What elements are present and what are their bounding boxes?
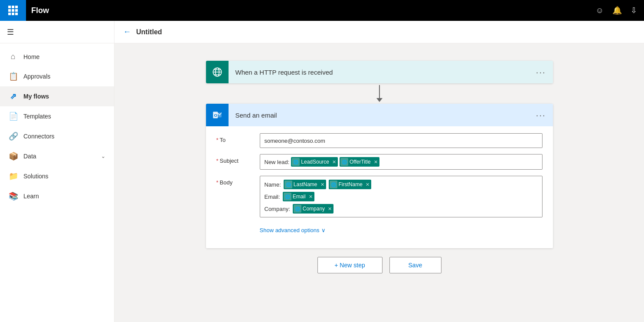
body-company-label: Company: [265,206,290,212]
to-field-row: *To [216,133,543,148]
email-step-title: Send an email [229,112,529,119]
action-bar: + New step Save [309,248,450,282]
waffle-grid-icon [8,6,18,15]
last-name-token: 🌐 LastName ✕ [284,180,326,189]
body-name-label: Name: [265,181,281,188]
outlook-icon-box: O [206,104,229,126]
last-name-token-icon: 🌐 [284,181,292,188]
body-field-row: *Body Name: 🌐 LastName ✕ [216,176,543,217]
body-company-row: Company: 🌐 Company ✕ [265,204,538,214]
body-token-input[interactable]: Name: 🌐 LastName ✕ 🌐 FirstName [260,176,543,217]
offer-title-token-icon: 🌐 [340,158,348,166]
content-header: ← Untitled [114,21,644,43]
download-icon[interactable]: ⇩ [631,6,637,15]
email-step-header[interactable]: O Send an email ··· [206,104,553,126]
step-connector-arrow [376,85,382,102]
http-trigger-title: When a HTTP request is received [229,69,529,76]
sidebar-item-label: Connectors [23,133,55,140]
body-email-row: Email: 🌐 Email ✕ [265,192,538,201]
email-step-more-button[interactable]: ··· [529,110,553,120]
sidebar-item-label: Approvals [23,73,50,80]
subject-field-row: *Subject New lead: 🌐 LeadSource ✕ [216,154,543,170]
sidebar-item-templates[interactable]: 📄 Templates [0,106,114,126]
feedback-icon[interactable]: ☺ [596,6,604,15]
page-title: Untitled [136,28,162,36]
back-button[interactable]: ← [123,27,131,36]
topbar-icons: ☺ 🔔 ⇩ [596,6,637,15]
http-trigger-more-button[interactable]: ··· [529,67,553,77]
learn-icon: 📚 [9,191,17,201]
globe-icon [212,66,223,78]
topbar: Flow ☺ 🔔 ⇩ [0,0,644,21]
hamburger-icon[interactable]: ☰ [7,27,14,37]
sidebar: ☰ ⌂ Home 📋 Approvals ⇗ My flows 📄 Templa… [0,21,114,322]
show-advanced-options-link[interactable]: Show advanced options ∨ [260,225,326,235]
new-step-button[interactable]: + New step [317,257,382,273]
sidebar-header: ☰ [0,21,114,43]
advanced-options-row: Show advanced options ∨ [216,223,543,235]
http-trigger-icon-box [206,61,229,83]
sidebar-item-label: Learn [23,193,39,200]
send-email-card: O Send an email ··· *To [206,104,553,248]
svg-text:O: O [214,113,217,118]
offer-title-remove-button[interactable]: ✕ [374,159,378,165]
waffle-button[interactable] [0,0,26,21]
flow-canvas: When a HTTP request is received ··· [114,43,644,322]
email-remove-button[interactable]: ✕ [309,194,313,200]
sidebar-item-my-flows[interactable]: ⇗ My flows [0,86,114,106]
to-input[interactable] [260,133,543,148]
solutions-icon: 📁 [9,171,17,181]
body-email-label: Email: [265,194,280,200]
sidebar-item-label: Templates [23,113,51,120]
sidebar-item-label: Solutions [23,173,49,180]
first-name-token: 🌐 FirstName ✕ [329,180,371,189]
main-layout: ☰ ⌂ Home 📋 Approvals ⇗ My flows 📄 Templa… [0,21,644,322]
lead-source-remove-button[interactable]: ✕ [332,159,336,165]
chevron-down-icon: ⌄ [101,153,105,159]
sidebar-item-home[interactable]: ⌂ Home [0,47,114,66]
lead-source-token: 🌐 LeadSource ✕ [291,157,338,167]
sidebar-item-label: Data [23,153,36,160]
company-remove-button[interactable]: ✕ [328,206,332,212]
save-button[interactable]: Save [389,257,441,273]
connector-line [379,85,380,98]
offer-title-token: 🌐 OfferTitle ✕ [340,157,379,167]
templates-icon: 📄 [9,112,17,121]
sidebar-item-connectors[interactable]: 🔗 Connectors [0,126,114,146]
http-trigger-card: When a HTTP request is received ··· [206,61,553,83]
to-label: *To [216,133,260,143]
content-area: ← Untitled [114,21,644,322]
body-name-row: Name: 🌐 LastName ✕ 🌐 FirstName [265,180,538,189]
subject-label: *Subject [216,154,260,164]
http-trigger-header[interactable]: When a HTTP request is received ··· [206,61,553,83]
company-token: 🌐 Company ✕ [293,204,333,214]
sidebar-item-data[interactable]: 📦 Data ⌄ [0,146,114,166]
body-label: *Body [216,176,260,186]
sidebar-item-learn[interactable]: 📚 Learn [0,186,114,206]
home-icon: ⌂ [9,52,17,61]
email-form: *To *Subject New lead: [206,126,553,248]
data-icon: 📦 [9,151,17,161]
arrow-head-icon [376,98,382,102]
approvals-icon: 📋 [9,72,17,81]
first-name-token-icon: 🌐 [330,181,337,188]
outlook-icon: O [212,109,223,121]
connectors-icon: 🔗 [9,131,17,141]
email-token-icon: 🌐 [284,193,291,200]
sidebar-nav: ⌂ Home 📋 Approvals ⇗ My flows 📄 Template… [0,43,114,322]
step-container: When a HTTP request is received ··· [206,61,553,282]
app-brand: Flow [31,6,596,15]
sidebar-item-label: Home [23,53,39,60]
chevron-down-icon: ∨ [321,227,326,233]
subject-prefix-text: New lead: [265,159,290,165]
last-name-remove-button[interactable]: ✕ [320,182,324,187]
company-token-icon: 🌐 [294,205,301,213]
sidebar-item-approvals[interactable]: 📋 Approvals [0,66,114,86]
my-flows-icon: ⇗ [9,92,17,101]
subject-token-input[interactable]: New lead: 🌐 LeadSource ✕ 🌐 OfferTitle ✕ [260,154,543,170]
first-name-remove-button[interactable]: ✕ [366,182,369,187]
sidebar-item-solutions[interactable]: 📁 Solutions [0,166,114,186]
notification-icon[interactable]: 🔔 [612,6,622,15]
sidebar-item-label: My flows [23,93,49,100]
lead-source-token-icon: 🌐 [292,158,300,166]
